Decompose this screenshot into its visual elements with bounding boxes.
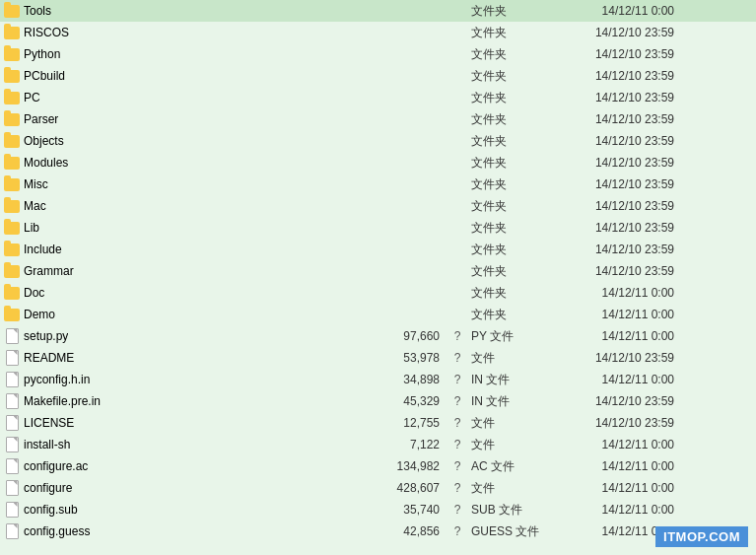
table-row[interactable]: README53,978?文件14/12/10 23:59 [0, 347, 756, 369]
table-row[interactable]: Grammar文件夹14/12/10 23:59 [0, 260, 756, 282]
file-type: 文件夹 [467, 133, 556, 150]
file-type: IN 文件 [467, 372, 556, 388]
file-attr: ? [447, 503, 467, 517]
file-icon [4, 415, 20, 431]
folder-icon [4, 3, 20, 19]
folder-icon [4, 198, 20, 214]
table-row[interactable]: PCbuild文件夹14/12/10 23:59 [0, 65, 756, 87]
table-row[interactable]: Modules文件夹14/12/10 23:59 [0, 152, 756, 173]
file-name-label: Demo [24, 308, 55, 321]
file-name-label: configure [24, 481, 72, 495]
file-icon [4, 523, 20, 539]
file-type: 文件 [467, 480, 556, 497]
folder-icon [4, 285, 20, 301]
file-name-label: Include [24, 243, 62, 256]
file-icon [4, 350, 20, 366]
file-attr: ? [447, 329, 467, 343]
table-row[interactable]: configure.ac134,982?AC 文件14/12/11 0:00 [0, 455, 756, 477]
file-icon [4, 328, 20, 344]
table-row[interactable]: pyconfig.h.in34,898?IN 文件14/12/11 0:00 [0, 369, 756, 390]
file-date: 14/12/10 23:59 [556, 394, 674, 408]
file-type: 文件夹 [467, 90, 556, 106]
table-row[interactable]: RISCOS文件夹14/12/10 23:59 [0, 22, 756, 43]
file-type: 文件 [467, 415, 556, 432]
file-type: 文件夹 [467, 25, 556, 41]
file-name-label: RISCOS [24, 26, 69, 39]
folder-icon [4, 155, 20, 171]
file-name-label: pyconfig.h.in [24, 373, 90, 386]
folder-icon [4, 176, 20, 192]
file-date: 14/12/10 23:59 [556, 26, 674, 39]
file-type: 文件夹 [467, 198, 556, 215]
folder-icon [4, 68, 20, 84]
file-date: 14/12/11 0:00 [556, 4, 674, 18]
table-row[interactable]: install-sh7,122?文件14/12/11 0:00 [0, 434, 756, 455]
table-row[interactable]: Demo文件夹14/12/11 0:00 [0, 304, 756, 325]
file-icon [4, 372, 20, 387]
file-date: 14/12/10 23:59 [556, 416, 674, 430]
file-attr: ? [447, 351, 467, 365]
file-name-label: install-sh [24, 438, 70, 451]
table-row[interactable]: Tools文件夹14/12/11 0:00 [0, 0, 756, 22]
file-name-label: Makefile.pre.in [24, 394, 101, 408]
table-row[interactable]: LICENSE12,755?文件14/12/10 23:59 [0, 412, 756, 434]
table-row[interactable]: Parser文件夹14/12/10 23:59 [0, 108, 756, 130]
table-row[interactable]: Mac文件夹14/12/10 23:59 [0, 195, 756, 217]
file-date: 14/12/10 23:59 [556, 91, 674, 104]
file-date: 14/12/11 0:00 [556, 286, 674, 300]
file-icon [4, 393, 20, 409]
file-attr: ? [447, 373, 467, 386]
file-date: 14/12/10 23:59 [556, 177, 674, 191]
table-row[interactable]: Doc文件夹14/12/11 0:00 [0, 282, 756, 304]
file-name-label: PCbuild [24, 69, 65, 83]
file-name-label: Mac [24, 199, 46, 213]
folder-icon [4, 307, 20, 322]
file-icon [4, 437, 20, 452]
file-type: 文件夹 [467, 68, 556, 85]
table-row[interactable]: configure428,607?文件14/12/11 0:00 [0, 477, 756, 499]
table-row[interactable]: setup.py97,660?PY 文件14/12/11 0:00 [0, 325, 756, 347]
file-date: 14/12/11 0:00 [556, 329, 674, 343]
file-type: 文件夹 [467, 242, 556, 258]
file-size: 35,740 [369, 503, 447, 517]
file-attr: ? [447, 416, 467, 430]
table-row[interactable]: Objects文件夹14/12/10 23:59 [0, 130, 756, 152]
file-date: 14/12/10 23:59 [556, 351, 674, 365]
table-row[interactable]: Makefile.pre.in45,329?IN 文件14/12/10 23:5… [0, 390, 756, 412]
file-name-label: LICENSE [24, 416, 74, 430]
file-type: IN 文件 [467, 393, 556, 410]
file-date: 14/12/11 0:00 [556, 459, 674, 473]
file-type: PY 文件 [467, 328, 556, 345]
file-name-label: Grammar [24, 264, 74, 278]
file-type: AC 文件 [467, 458, 556, 475]
file-name-label: Misc [24, 177, 48, 191]
file-type: 文件夹 [467, 285, 556, 302]
file-attr: ? [447, 394, 467, 408]
file-name-label: config.sub [24, 503, 78, 517]
table-row[interactable]: PC文件夹14/12/10 23:59 [0, 87, 756, 108]
file-date: 14/12/11 0:00 [556, 503, 674, 517]
file-date: 14/12/10 23:59 [556, 69, 674, 83]
file-name-label: configure.ac [24, 459, 88, 473]
file-date: 14/12/10 23:59 [556, 264, 674, 278]
file-type: 文件 [467, 437, 556, 453]
file-attr: ? [447, 438, 467, 451]
table-row[interactable]: Misc文件夹14/12/10 23:59 [0, 173, 756, 195]
file-type: 文件夹 [467, 263, 556, 280]
folder-icon [4, 46, 20, 62]
table-row[interactable]: config.guess42,856?GUESS 文件14/12/11 0:00 [0, 520, 756, 542]
table-row[interactable]: Include文件夹14/12/10 23:59 [0, 239, 756, 260]
folder-icon [4, 111, 20, 127]
file-date: 14/12/10 23:59 [556, 243, 674, 256]
watermark: ITMOP.COM [655, 526, 748, 547]
table-row[interactable]: Lib文件夹14/12/10 23:59 [0, 217, 756, 239]
file-type: 文件夹 [467, 3, 556, 20]
file-type: 文件夹 [467, 111, 556, 128]
file-name-label: Modules [24, 156, 68, 170]
table-row[interactable]: config.sub35,740?SUB 文件14/12/11 0:00 [0, 499, 756, 520]
file-attr: ? [447, 459, 467, 473]
file-date: 14/12/10 23:59 [556, 156, 674, 170]
file-type: 文件 [467, 350, 556, 367]
file-name-label: Tools [24, 4, 51, 18]
table-row[interactable]: Python文件夹14/12/10 23:59 [0, 43, 756, 65]
